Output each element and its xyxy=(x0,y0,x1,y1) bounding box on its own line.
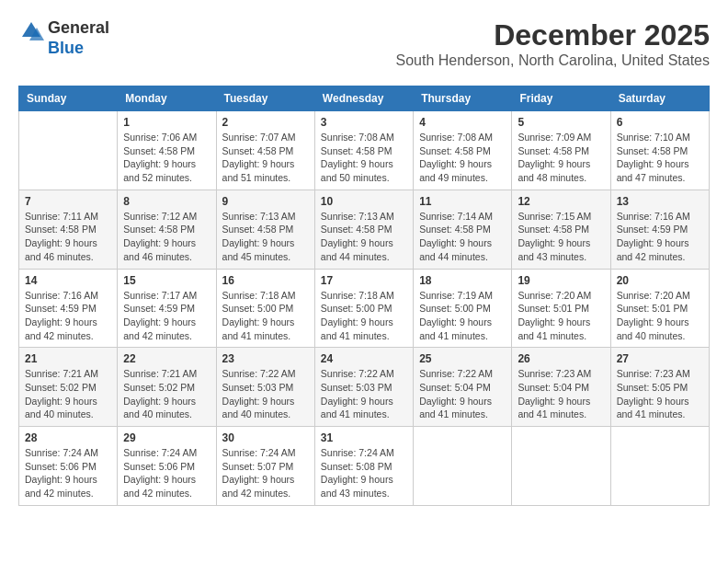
day-info: Sunrise: 7:16 AMSunset: 4:59 PMDaylight:… xyxy=(617,210,703,264)
day-info: Sunrise: 7:08 AMSunset: 4:58 PMDaylight:… xyxy=(321,131,407,185)
month-title: December 2025 xyxy=(395,18,710,52)
day-info: Sunrise: 7:13 AMSunset: 4:58 PMDaylight:… xyxy=(222,210,309,264)
day-info: Sunrise: 7:09 AMSunset: 4:58 PMDaylight:… xyxy=(518,131,604,185)
calendar-cell: 10Sunrise: 7:13 AMSunset: 4:58 PMDayligh… xyxy=(314,190,413,269)
day-number: 11 xyxy=(419,195,506,208)
calendar-cell: 11Sunrise: 7:14 AMSunset: 4:58 PMDayligh… xyxy=(414,190,512,269)
calendar-cell: 2Sunrise: 7:07 AMSunset: 4:58 PMDaylight… xyxy=(216,111,314,190)
calendar-cell: 14Sunrise: 7:16 AMSunset: 4:59 PMDayligh… xyxy=(19,269,118,348)
day-info: Sunrise: 7:22 AMSunset: 5:03 PMDaylight:… xyxy=(321,367,407,421)
day-info: Sunrise: 7:19 AMSunset: 5:00 PMDaylight:… xyxy=(419,289,506,343)
day-info: Sunrise: 7:20 AMSunset: 5:01 PMDaylight:… xyxy=(617,289,703,343)
day-info: Sunrise: 7:06 AMSunset: 4:58 PMDaylight:… xyxy=(123,131,210,185)
calendar-cell: 31Sunrise: 7:24 AMSunset: 5:08 PMDayligh… xyxy=(314,427,413,506)
calendar-cell: 22Sunrise: 7:21 AMSunset: 5:02 PMDayligh… xyxy=(118,348,216,427)
day-number: 23 xyxy=(222,352,309,365)
day-info: Sunrise: 7:10 AMSunset: 4:58 PMDaylight:… xyxy=(617,131,703,185)
day-number: 20 xyxy=(617,274,703,287)
calendar-header-monday: Monday xyxy=(118,86,216,111)
day-number: 2 xyxy=(222,116,309,129)
calendar-cell: 21Sunrise: 7:21 AMSunset: 5:02 PMDayligh… xyxy=(19,348,118,427)
day-info: Sunrise: 7:17 AMSunset: 4:59 PMDaylight:… xyxy=(123,289,210,343)
calendar-cell xyxy=(610,427,709,506)
day-number: 19 xyxy=(518,274,604,287)
calendar-cell: 27Sunrise: 7:23 AMSunset: 5:05 PMDayligh… xyxy=(610,348,709,427)
calendar-week-3: 14Sunrise: 7:16 AMSunset: 4:59 PMDayligh… xyxy=(19,269,710,348)
title-section: December 2025 South Henderson, North Car… xyxy=(395,18,710,80)
day-number: 18 xyxy=(419,274,506,287)
logo-general: General xyxy=(48,18,109,37)
day-info: Sunrise: 7:21 AMSunset: 5:02 PMDaylight:… xyxy=(123,367,210,421)
day-number: 15 xyxy=(123,274,210,287)
day-number: 12 xyxy=(518,195,604,208)
day-info: Sunrise: 7:18 AMSunset: 5:00 PMDaylight:… xyxy=(222,289,309,343)
day-number: 1 xyxy=(123,116,210,129)
calendar-cell: 3Sunrise: 7:08 AMSunset: 4:58 PMDaylight… xyxy=(314,111,413,190)
calendar-header-row: SundayMondayTuesdayWednesdayThursdayFrid… xyxy=(19,86,710,111)
day-info: Sunrise: 7:18 AMSunset: 5:00 PMDaylight:… xyxy=(321,289,407,343)
calendar-cell: 28Sunrise: 7:24 AMSunset: 5:06 PMDayligh… xyxy=(19,427,118,506)
calendar-header-tuesday: Tuesday xyxy=(216,86,314,111)
logo: General Blue xyxy=(18,18,109,58)
calendar-cell: 26Sunrise: 7:23 AMSunset: 5:04 PMDayligh… xyxy=(512,348,610,427)
calendar-cell: 29Sunrise: 7:24 AMSunset: 5:06 PMDayligh… xyxy=(118,427,216,506)
calendar-week-2: 7Sunrise: 7:11 AMSunset: 4:58 PMDaylight… xyxy=(19,190,710,269)
day-info: Sunrise: 7:14 AMSunset: 4:58 PMDaylight:… xyxy=(419,210,506,264)
day-info: Sunrise: 7:08 AMSunset: 4:58 PMDaylight:… xyxy=(419,131,506,185)
calendar-cell xyxy=(414,427,512,506)
day-number: 13 xyxy=(617,195,703,208)
calendar-cell: 24Sunrise: 7:22 AMSunset: 5:03 PMDayligh… xyxy=(314,348,413,427)
day-number: 24 xyxy=(321,352,407,365)
location-title: South Henderson, North Carolina, United … xyxy=(395,52,710,69)
day-info: Sunrise: 7:20 AMSunset: 5:01 PMDaylight:… xyxy=(518,289,604,343)
calendar-cell: 17Sunrise: 7:18 AMSunset: 5:00 PMDayligh… xyxy=(314,269,413,348)
day-info: Sunrise: 7:22 AMSunset: 5:03 PMDaylight:… xyxy=(222,367,309,421)
day-number: 8 xyxy=(123,195,210,208)
day-number: 28 xyxy=(25,431,111,444)
day-info: Sunrise: 7:21 AMSunset: 5:02 PMDaylight:… xyxy=(25,367,111,421)
calendar-cell: 1Sunrise: 7:06 AMSunset: 4:58 PMDaylight… xyxy=(118,111,216,190)
day-info: Sunrise: 7:16 AMSunset: 4:59 PMDaylight:… xyxy=(25,289,111,343)
day-number: 6 xyxy=(617,116,703,129)
calendar: SundayMondayTuesdayWednesdayThursdayFrid… xyxy=(18,86,710,506)
day-number: 14 xyxy=(25,274,111,287)
calendar-week-4: 21Sunrise: 7:21 AMSunset: 5:02 PMDayligh… xyxy=(19,348,710,427)
day-info: Sunrise: 7:11 AMSunset: 4:58 PMDaylight:… xyxy=(25,210,111,264)
day-info: Sunrise: 7:12 AMSunset: 4:58 PMDaylight:… xyxy=(123,210,210,264)
day-info: Sunrise: 7:24 AMSunset: 5:08 PMDaylight:… xyxy=(321,446,407,500)
calendar-cell: 20Sunrise: 7:20 AMSunset: 5:01 PMDayligh… xyxy=(610,269,709,348)
calendar-week-5: 28Sunrise: 7:24 AMSunset: 5:06 PMDayligh… xyxy=(19,427,710,506)
calendar-cell xyxy=(512,427,610,506)
day-info: Sunrise: 7:22 AMSunset: 5:04 PMDaylight:… xyxy=(419,367,506,421)
calendar-cell: 25Sunrise: 7:22 AMSunset: 5:04 PMDayligh… xyxy=(414,348,512,427)
calendar-cell: 7Sunrise: 7:11 AMSunset: 4:58 PMDaylight… xyxy=(19,190,118,269)
calendar-header-sunday: Sunday xyxy=(19,86,118,111)
calendar-cell: 13Sunrise: 7:16 AMSunset: 4:59 PMDayligh… xyxy=(610,190,709,269)
day-number: 9 xyxy=(222,195,309,208)
day-number: 29 xyxy=(123,431,210,444)
day-info: Sunrise: 7:07 AMSunset: 4:58 PMDaylight:… xyxy=(222,131,309,185)
calendar-header-friday: Friday xyxy=(512,86,610,111)
day-number: 10 xyxy=(321,195,407,208)
logo-text: General Blue xyxy=(48,18,109,58)
day-info: Sunrise: 7:24 AMSunset: 5:06 PMDaylight:… xyxy=(123,446,210,500)
day-info: Sunrise: 7:24 AMSunset: 5:07 PMDaylight:… xyxy=(222,446,309,500)
day-number: 16 xyxy=(222,274,309,287)
day-number: 7 xyxy=(25,195,111,208)
day-info: Sunrise: 7:23 AMSunset: 5:05 PMDaylight:… xyxy=(617,367,703,421)
calendar-header-wednesday: Wednesday xyxy=(314,86,413,111)
calendar-cell: 16Sunrise: 7:18 AMSunset: 5:00 PMDayligh… xyxy=(216,269,314,348)
calendar-cell: 4Sunrise: 7:08 AMSunset: 4:58 PMDaylight… xyxy=(414,111,512,190)
logo-icon xyxy=(18,18,44,44)
day-number: 30 xyxy=(222,431,309,444)
day-info: Sunrise: 7:23 AMSunset: 5:04 PMDaylight:… xyxy=(518,367,604,421)
day-info: Sunrise: 7:13 AMSunset: 4:58 PMDaylight:… xyxy=(321,210,407,264)
calendar-header-thursday: Thursday xyxy=(414,86,512,111)
calendar-header-saturday: Saturday xyxy=(610,86,709,111)
calendar-cell xyxy=(19,111,118,190)
day-number: 22 xyxy=(123,352,210,365)
day-number: 4 xyxy=(419,116,506,129)
day-number: 25 xyxy=(419,352,506,365)
day-number: 17 xyxy=(321,274,407,287)
calendar-cell: 9Sunrise: 7:13 AMSunset: 4:58 PMDaylight… xyxy=(216,190,314,269)
